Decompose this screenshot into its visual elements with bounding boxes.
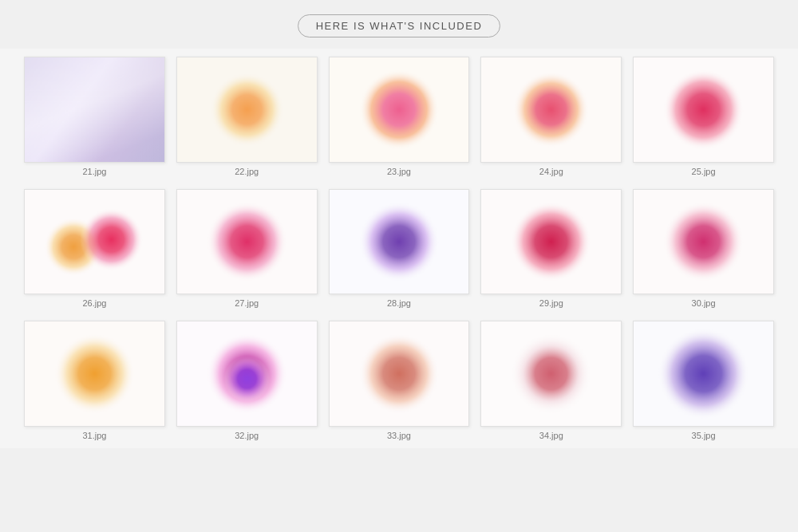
thumb-label-33: 33.jpg — [387, 431, 411, 440]
thumb-item-29: 29.jpg — [480, 189, 622, 309]
thumb-item-34: 34.jpg — [480, 321, 622, 440]
thumb-item-21: 21.jpg — [24, 57, 165, 176]
thumb-image-24[interactable] — [480, 57, 622, 163]
thumb-item-24: 24.jpg — [480, 57, 622, 176]
thumb-image-28[interactable] — [329, 189, 470, 295]
thumb-label-21: 21.jpg — [82, 167, 106, 176]
thumb-label-25: 25.jpg — [692, 167, 716, 176]
thumb-item-25: 25.jpg — [633, 57, 774, 176]
section-title-badge: HERE IS WHAT'S INCLUDED — [298, 14, 501, 37]
thumb-item-22: 22.jpg — [176, 57, 318, 176]
thumb-item-31: 31.jpg — [24, 321, 165, 440]
thumb-label-29: 29.jpg — [539, 298, 563, 308]
grid-area: 21.jpg22.jpg23.jpg24.jpg25.jpg26.jpg27.j… — [0, 49, 798, 448]
thumb-label-34: 34.jpg — [539, 431, 563, 440]
thumb-label-30: 30.jpg — [692, 298, 716, 308]
thumb-image-32[interactable] — [176, 321, 318, 427]
thumb-image-30[interactable] — [633, 189, 774, 295]
header: HERE IS WHAT'S INCLUDED — [0, 0, 798, 49]
thumb-label-27: 27.jpg — [235, 298, 259, 308]
thumb-item-23: 23.jpg — [329, 57, 470, 176]
thumb-image-31[interactable] — [24, 321, 165, 427]
thumb-image-21[interactable] — [24, 57, 165, 163]
thumb-image-33[interactable] — [329, 321, 470, 427]
thumb-item-26: 26.jpg — [24, 189, 165, 309]
thumb-image-22[interactable] — [176, 57, 318, 163]
thumb-item-33: 33.jpg — [329, 321, 470, 440]
thumb-item-28: 28.jpg — [329, 189, 470, 309]
section-title-text: HERE IS WHAT'S INCLUDED — [316, 20, 483, 32]
thumb-item-30: 30.jpg — [633, 189, 774, 309]
thumb-item-32: 32.jpg — [176, 321, 318, 440]
thumb-label-22: 22.jpg — [235, 167, 259, 176]
thumb-image-26[interactable] — [24, 189, 165, 295]
thumb-image-23[interactable] — [329, 57, 470, 163]
thumb-image-34[interactable] — [480, 321, 622, 427]
thumb-image-29[interactable] — [480, 189, 622, 295]
thumb-image-35[interactable] — [633, 321, 774, 427]
thumb-label-32: 32.jpg — [235, 431, 259, 440]
thumb-item-35: 35.jpg — [633, 321, 774, 440]
thumb-label-28: 28.jpg — [387, 298, 411, 308]
thumb-item-27: 27.jpg — [176, 189, 318, 309]
thumb-image-27[interactable] — [176, 189, 318, 295]
thumb-label-23: 23.jpg — [387, 167, 411, 176]
thumb-image-25[interactable] — [633, 57, 774, 163]
thumb-label-35: 35.jpg — [692, 431, 716, 440]
thumb-label-24: 24.jpg — [539, 167, 563, 176]
image-grid: 21.jpg22.jpg23.jpg24.jpg25.jpg26.jpg27.j… — [24, 57, 774, 440]
thumb-label-31: 31.jpg — [82, 431, 106, 440]
thumb-label-26: 26.jpg — [82, 298, 106, 308]
